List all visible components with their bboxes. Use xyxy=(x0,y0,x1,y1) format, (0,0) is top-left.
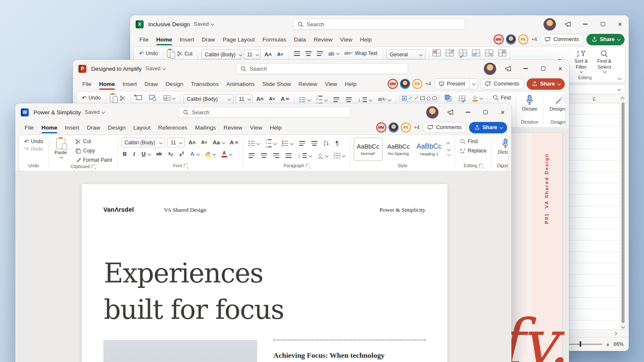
decrease-indent-button[interactable] xyxy=(297,140,307,146)
powerpoint-save-status[interactable]: Saved xyxy=(145,66,165,72)
shading-button[interactable]: ◇ xyxy=(316,152,330,160)
bold-button[interactable]: B xyxy=(121,150,128,158)
replace-button[interactable]: bc Replace xyxy=(458,147,488,155)
shrink-font-button[interactable]: A˅ xyxy=(267,96,277,102)
share-button[interactable]: Share xyxy=(469,122,507,133)
tab-help[interactable]: Help xyxy=(341,79,361,89)
document-page[interactable]: VanΛrsdel VA Shared Design Power & Simpl… xyxy=(82,184,447,362)
scroll-down-icon[interactable] xyxy=(622,325,625,328)
account-avatar[interactable] xyxy=(544,18,556,30)
comments-button[interactable]: Comments xyxy=(422,122,466,133)
align-right-button[interactable] xyxy=(272,152,281,159)
font-name-select[interactable]: Calibri (Body) xyxy=(121,138,165,147)
document-heading[interactable]: Experiences built for focus xyxy=(104,255,284,328)
meet-now-icon[interactable] xyxy=(559,15,577,33)
tab-slide-show[interactable]: Slide Show xyxy=(258,79,295,89)
line-spacing-button[interactable]: ↕ xyxy=(296,152,313,159)
clear-formatting-button[interactable]: A xyxy=(228,139,239,146)
tab-mailings[interactable]: Mailings xyxy=(191,123,220,133)
tab-view[interactable]: View xyxy=(321,79,341,89)
font-size-select[interactable]: 11 xyxy=(167,138,185,147)
account-avatar[interactable] xyxy=(426,106,439,119)
tab-help[interactable]: Help xyxy=(266,123,286,133)
avatar[interactable]: FS xyxy=(412,79,422,89)
dialog-launcher-icon[interactable] xyxy=(306,164,310,168)
minimize-button[interactable] xyxy=(517,60,534,77)
tab-home[interactable]: Home xyxy=(38,123,61,133)
style-no-spacing[interactable]: AaBbCcNo Spacing xyxy=(384,138,413,161)
minimize-button[interactable] xyxy=(577,15,594,33)
text-box-icon[interactable]: A xyxy=(402,96,407,100)
tab-design[interactable]: Design xyxy=(162,79,187,89)
format-cells-icon[interactable] xyxy=(498,50,506,56)
maximize-button[interactable] xyxy=(534,60,552,77)
tab-draw[interactable]: Draw xyxy=(83,123,104,133)
maximize-button[interactable] xyxy=(594,15,611,33)
dictate-button[interactable]: Dictate xyxy=(495,138,508,155)
cut-button[interactable]: Cut xyxy=(175,50,194,58)
superscript-button[interactable]: x2 xyxy=(178,150,186,158)
undo-button[interactable]: ↶Undo xyxy=(80,94,103,102)
strikethrough-button[interactable]: ab xyxy=(155,151,164,157)
tab-file[interactable]: File xyxy=(78,79,95,89)
tab-design[interactable]: Design xyxy=(104,123,130,133)
avatar-overflow-count[interactable]: +4 xyxy=(414,124,420,130)
style-gallery-more-icon[interactable] xyxy=(447,152,450,156)
tab-draw[interactable]: Draw xyxy=(141,79,162,89)
font-size-select[interactable]: 11 xyxy=(244,50,261,59)
share-button[interactable]: Share xyxy=(586,34,625,45)
text-effects-button[interactable]: A xyxy=(189,150,200,158)
avatar[interactable] xyxy=(506,34,516,44)
undo-button[interactable]: ↶Undo xyxy=(22,138,45,145)
find-button[interactable]: Find xyxy=(491,94,512,102)
clear-formatting-button[interactable]: A xyxy=(279,95,290,102)
maximize-button[interactable] xyxy=(477,103,494,121)
sort-button[interactable]: AZ xyxy=(322,139,331,147)
wrap-text-button[interactable]: ab↩Wrap Text xyxy=(343,50,379,57)
designer-button[interactable]: Designer xyxy=(547,94,566,112)
tab-references[interactable]: References xyxy=(154,123,191,133)
meet-now-icon[interactable] xyxy=(500,60,517,77)
present-dropdown[interactable] xyxy=(469,79,478,89)
slide-layout-button[interactable] xyxy=(162,94,177,102)
paste-button[interactable]: Paste xyxy=(52,138,69,159)
numbering-button[interactable] xyxy=(264,138,278,149)
change-case-button[interactable]: Aa xyxy=(211,139,226,146)
tab-home[interactable]: Home xyxy=(95,79,119,89)
scroll-down-ic[interactable] xyxy=(447,147,450,151)
justify-button[interactable] xyxy=(284,152,293,159)
font-name-select[interactable]: Calibri (Body) xyxy=(183,94,233,104)
dialog-launcher-icon[interactable] xyxy=(184,164,188,168)
scroll-right-icon[interactable] xyxy=(613,332,616,335)
font-color-button[interactable]: A xyxy=(220,150,233,158)
dialog-launcher-icon[interactable] xyxy=(92,165,95,169)
style-normal[interactable]: AaBbCcNormal* xyxy=(354,138,383,161)
borders-button[interactable] xyxy=(332,152,347,159)
zoom-in-button[interactable]: + xyxy=(606,341,610,348)
bullets-button[interactable] xyxy=(298,96,312,103)
decrease-indent-button[interactable] xyxy=(332,97,341,103)
format-as-table-icon[interactable] xyxy=(446,50,454,56)
underline-button[interactable]: U xyxy=(140,150,152,158)
meet-now-icon[interactable] xyxy=(442,103,459,121)
tab-review[interactable]: Review xyxy=(294,79,321,89)
word-save-status[interactable]: Saved xyxy=(85,109,104,115)
grow-font-button[interactable]: A˄ xyxy=(255,95,265,102)
shapes-gallery[interactable]: A xyxy=(400,95,439,102)
tab-review[interactable]: Review xyxy=(310,35,336,44)
avatar[interactable]: MM xyxy=(494,34,504,44)
tab-view[interactable]: View xyxy=(336,35,356,44)
zoom-slider[interactable] xyxy=(563,344,602,344)
undo-button[interactable]: ↶Undo xyxy=(137,50,160,57)
align-middle-button[interactable] xyxy=(304,50,313,57)
shrink-font-button[interactable]: A˅ xyxy=(275,51,285,58)
avatar[interactable]: MM xyxy=(376,122,386,133)
rectangle-shape-icon[interactable] xyxy=(420,97,425,100)
paste-icon[interactable] xyxy=(110,94,116,102)
excel-search-input[interactable]: Search xyxy=(293,19,465,30)
align-center-button[interactable] xyxy=(259,152,269,159)
tab-view[interactable]: View xyxy=(246,123,266,133)
tab-draw[interactable]: Draw xyxy=(198,35,219,44)
account-avatar[interactable] xyxy=(484,63,496,75)
tab-insert[interactable]: Insert xyxy=(61,123,83,133)
